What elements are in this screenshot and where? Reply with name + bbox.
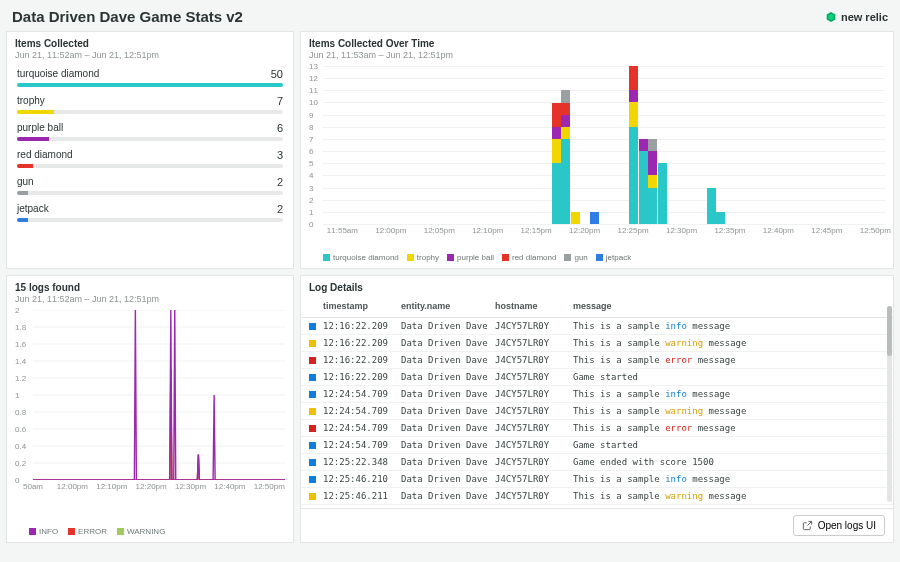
log-row[interactable]: 12:24:54.709Data Driven DaveJ4CY57LR0YTh… [301,403,893,420]
x-tick: 12:00pm [57,482,88,491]
stacked-bar[interactable] [716,212,725,224]
log-row[interactable]: 12:16:22.209Data Driven DaveJ4CY57LR0YTh… [301,352,893,369]
log-entity: Data Driven Dave [401,372,495,382]
stacked-bar[interactable] [571,212,580,224]
log-row[interactable]: 12:16:22.209Data Driven DaveJ4CY57LR0YTh… [301,335,893,352]
item-row[interactable]: turquoise diamond50 [17,68,283,87]
item-label: purple ball [17,122,63,134]
x-tick: 12:40pm [763,226,794,235]
x-tick: 12:10pm [96,482,127,491]
item-row[interactable]: jetpack2 [17,203,283,222]
log-host: J4CY57LR0Y [495,474,573,484]
y-tick: 10 [309,98,318,107]
x-tick: 12:35pm [714,226,745,235]
log-row[interactable]: 12:24:54.709Data Driven DaveJ4CY57LR0YTh… [301,386,893,403]
log-level-icon [309,425,316,432]
log-row[interactable]: 12:24:54.709Data Driven DaveJ4CY57LR0YTh… [301,420,893,437]
stacked-bar[interactable] [552,103,561,225]
log-message: This is a sample error message [573,423,885,433]
item-track [17,137,283,141]
y-tick: 4 [309,171,313,180]
stacked-bar[interactable] [658,163,667,224]
log-table-scrollbar[interactable] [887,306,892,502]
log-level-icon [309,408,316,415]
y-tick: 0 [309,220,313,229]
log-row[interactable]: 12:25:46.210Data Driven DaveJ4CY57LR0YTh… [301,471,893,488]
log-row[interactable]: 12:16:22.209Data Driven DaveJ4CY57LR0YGa… [301,369,893,386]
log-message: Game started [573,372,885,382]
legend-item[interactable]: trophy [407,253,439,262]
y-tick: 2 [309,195,313,204]
log-timestamp: 12:25:46.210 [323,474,401,484]
card-log-details: Log Details timestamp entity.name hostna… [300,275,894,543]
item-value: 2 [277,203,283,215]
log-row[interactable]: 12:16:22.209Data Driven DaveJ4CY57LR0YTh… [301,318,893,335]
x-tick: 12:05pm [424,226,455,235]
log-host: J4CY57LR0Y [495,406,573,416]
x-tick: 12:50pm [254,482,285,491]
stacked-bar[interactable] [648,139,657,224]
log-level-icon [309,459,316,466]
log-row[interactable]: 12:24:54.709Data Driven DaveJ4CY57LR0YGa… [301,437,893,454]
log-host: J4CY57LR0Y [495,355,573,365]
y-tick: 0.6 [15,425,26,434]
items-time-range: Jun 21, 11:53am – Jun 21, 12:51pm [309,50,885,60]
log-host: J4CY57LR0Y [495,440,573,450]
legend-item[interactable]: WARNING [117,527,165,536]
stacked-bar[interactable] [561,90,570,224]
x-tick: 12:00pm [375,226,406,235]
log-level-icon [309,442,316,449]
log-entity: Data Driven Dave [401,474,495,484]
item-row[interactable]: purple ball6 [17,122,283,141]
log-timestamp: 12:25:46.211 [323,491,401,501]
y-tick: 1.6 [15,340,26,349]
log-row[interactable]: 12:25:22.348Data Driven DaveJ4CY57LR0YGa… [301,454,893,471]
stacked-bar[interactable] [590,212,599,224]
log-timestamp: 12:16:22.209 [323,355,401,365]
legend-item[interactable]: jetpack [596,253,631,262]
x-tick: 12:25pm [617,226,648,235]
y-tick: 5 [309,159,313,168]
item-value: 7 [277,95,283,107]
stacked-bar[interactable] [639,139,648,224]
log-table-body[interactable]: 12:16:22.209Data Driven DaveJ4CY57LR0YTh… [301,318,893,508]
x-tick: 12:40pm [214,482,245,491]
y-tick: 13 [309,62,318,71]
logs-chart-title: 15 logs found [15,282,285,293]
log-host: J4CY57LR0Y [495,372,573,382]
log-table-header: timestamp entity.name hostname message [301,295,893,318]
y-tick: 0.8 [15,408,26,417]
log-message: This is a sample info message [573,389,885,399]
log-message: This is a sample warning message [573,491,885,501]
legend-item[interactable]: gun [564,253,587,262]
item-row[interactable]: trophy7 [17,95,283,114]
log-level-icon [309,493,316,500]
log-host: J4CY57LR0Y [495,457,573,467]
items-collected-title: Items Collected [15,38,285,49]
log-row[interactable]: 12:25:46.211Data Driven DaveJ4CY57LR0YTh… [301,488,893,505]
y-tick: 2 [15,306,19,315]
item-row[interactable]: gun2 [17,176,283,195]
open-logs-ui-button[interactable]: Open logs UI [793,515,885,536]
brand-logo: new relic [825,11,888,23]
legend-item[interactable]: INFO [29,527,58,536]
stacked-bar[interactable] [629,66,638,224]
log-timestamp: 12:24:54.709 [323,406,401,416]
legend-item[interactable]: red diamond [502,253,556,262]
item-value: 2 [277,176,283,188]
stacked-bar[interactable] [707,188,716,224]
log-details-title: Log Details [309,282,885,293]
item-value: 3 [277,149,283,161]
log-host: J4CY57LR0Y [495,389,573,399]
log-entity: Data Driven Dave [401,389,495,399]
legend-item[interactable]: purple ball [447,253,494,262]
item-track [17,218,283,222]
log-message: This is a sample info message [573,321,885,331]
item-label: trophy [17,95,45,107]
item-row[interactable]: red diamond3 [17,149,283,168]
legend-item[interactable]: ERROR [68,527,107,536]
item-label: red diamond [17,149,73,161]
x-tick: 12:20pm [136,482,167,491]
legend-item[interactable]: turquoise diamond [323,253,399,262]
log-message: This is a sample warning message [573,406,885,416]
